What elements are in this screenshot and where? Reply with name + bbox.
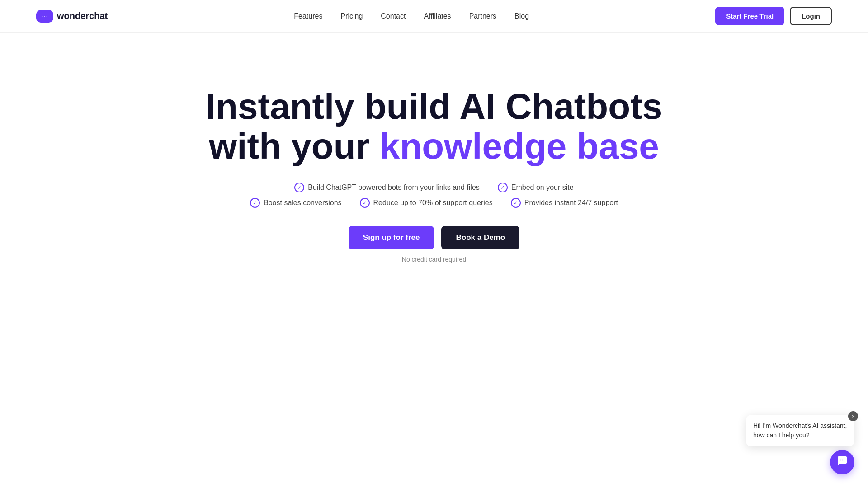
feature-text-1: Build ChatGPT powered bots from your lin… — [308, 183, 479, 192]
chat-widget: × Hi! I'm Wonderchat's AI assistant, how… — [746, 415, 854, 474]
hero-section: Instantly build AI Chatbots with your kn… — [0, 33, 868, 299]
feature-text-5: Provides instant 24/7 support — [524, 199, 618, 207]
hero-title-line1: Instantly build AI Chatbots — [206, 86, 662, 127]
check-icon-1: ✓ — [294, 183, 304, 192]
start-free-trial-button[interactable]: Start Free Trial — [715, 7, 784, 25]
feature-item-2: ✓ Embed on your site — [498, 183, 574, 192]
chat-fab-button[interactable] — [830, 450, 854, 474]
hero-features: ✓ Build ChatGPT powered bots from your l… — [250, 183, 618, 208]
feature-item-1: ✓ Build ChatGPT powered bots from your l… — [294, 183, 479, 192]
nav-link-features[interactable]: Features — [294, 12, 322, 20]
svg-point-0 — [840, 460, 841, 460]
feature-item-5: ✓ Provides instant 24/7 support — [511, 198, 618, 208]
nav-link-affiliates[interactable]: Affiliates — [424, 12, 451, 20]
feature-item-4: ✓ Reduce up to 70% of support queries — [360, 198, 493, 208]
chat-tooltip: Hi! I'm Wonderchat's AI assistant, how c… — [746, 415, 854, 446]
nav-actions: Start Free Trial Login — [715, 7, 832, 25]
hero-features-row-2: ✓ Boost sales conversions ✓ Reduce up to… — [250, 198, 618, 208]
svg-point-2 — [844, 460, 844, 460]
chat-fab-icon — [837, 455, 848, 469]
svg-point-1 — [842, 460, 843, 460]
check-icon-2: ✓ — [498, 183, 508, 192]
logo-icon — [36, 10, 53, 23]
feature-text-2: Embed on your site — [511, 183, 574, 192]
nav-links: Features Pricing Contact Affiliates Part… — [294, 12, 529, 20]
check-icon-5: ✓ — [511, 198, 521, 208]
nav-link-pricing[interactable]: Pricing — [340, 12, 363, 20]
logo-text: wonderchat — [57, 11, 108, 21]
hero-title-line2-prefix: with your — [209, 126, 380, 166]
feature-item-3: ✓ Boost sales conversions — [250, 198, 342, 208]
nav-link-contact[interactable]: Contact — [381, 12, 406, 20]
nav-link-blog[interactable]: Blog — [514, 12, 529, 20]
hero-cta: Sign up for free Book a Demo — [349, 226, 519, 249]
nav-link-partners[interactable]: Partners — [469, 12, 496, 20]
hero-title-highlight: knowledge base — [380, 126, 659, 166]
signup-button[interactable]: Sign up for free — [349, 226, 434, 249]
chat-tooltip-wrap: × Hi! I'm Wonderchat's AI assistant, how… — [746, 415, 854, 446]
hero-title: Instantly build AI Chatbots with your kn… — [206, 87, 662, 166]
feature-text-3: Boost sales conversions — [264, 199, 342, 207]
navbar: wonderchat Features Pricing Contact Affi… — [0, 0, 868, 33]
login-button[interactable]: Login — [790, 7, 832, 25]
feature-text-4: Reduce up to 70% of support queries — [373, 199, 493, 207]
check-icon-4: ✓ — [360, 198, 370, 208]
chat-close-button[interactable]: × — [848, 411, 858, 421]
no-credit-card-text: No credit card required — [402, 256, 466, 263]
logo[interactable]: wonderchat — [36, 10, 108, 23]
book-demo-button[interactable]: Book a Demo — [441, 226, 519, 249]
hero-features-row-1: ✓ Build ChatGPT powered bots from your l… — [294, 183, 573, 192]
check-icon-3: ✓ — [250, 198, 260, 208]
